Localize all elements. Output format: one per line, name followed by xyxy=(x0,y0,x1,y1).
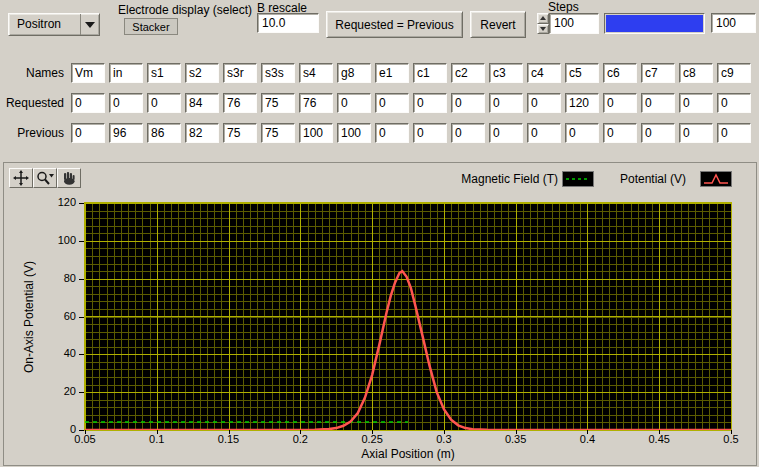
x-tick-mark xyxy=(372,430,373,434)
table-cell-requested-15[interactable]: 0 xyxy=(603,93,637,113)
y-tick-mark xyxy=(79,279,84,280)
y-tick-mark xyxy=(79,392,84,393)
x-tick-label: 0.2 xyxy=(280,433,320,445)
dropdown-arrow-icon xyxy=(80,14,99,35)
table-cell-requested-10[interactable]: 0 xyxy=(413,93,447,113)
table-cell-previous-9[interactable]: 0 xyxy=(375,123,409,143)
y-tick-label: 80 xyxy=(44,272,76,284)
x-tick-mark xyxy=(659,430,660,434)
table-cell-requested-13[interactable]: 0 xyxy=(527,93,561,113)
table-cell-previous-18[interactable]: 0 xyxy=(717,123,751,143)
table-cell-previous-12[interactable]: 0 xyxy=(489,123,523,143)
y-tick-mark xyxy=(79,203,84,204)
x-tick-mark xyxy=(731,430,732,434)
x-tick-mark xyxy=(229,430,230,434)
table-cell-previous-3[interactable]: 86 xyxy=(147,123,181,143)
requested-row-label: Requested xyxy=(0,96,64,110)
graph-zoom-tool-button[interactable] xyxy=(33,168,57,188)
x-tick-label: 0.25 xyxy=(352,433,392,445)
table-cell-requested-11[interactable]: 0 xyxy=(451,93,485,113)
spinner-up-icon xyxy=(540,16,546,20)
table-cell-names-8[interactable]: g8 xyxy=(337,63,371,83)
x-tick-label: 0.15 xyxy=(209,433,249,445)
electrode-display-selector[interactable]: Stacker xyxy=(124,18,178,35)
table-cell-previous-2[interactable]: 96 xyxy=(109,123,143,143)
steps-label: Steps xyxy=(548,0,579,14)
table-cell-previous-13[interactable]: 0 xyxy=(527,123,561,143)
table-cell-requested-16[interactable]: 0 xyxy=(641,93,675,113)
table-cell-requested-6[interactable]: 75 xyxy=(261,93,295,113)
table-cell-previous-17[interactable]: 0 xyxy=(679,123,713,143)
steps-input[interactable]: 100 xyxy=(549,13,599,34)
table-cell-previous-16[interactable]: 0 xyxy=(641,123,675,143)
table-cell-previous-4[interactable]: 82 xyxy=(185,123,219,143)
table-cell-previous-6[interactable]: 75 xyxy=(261,123,295,143)
x-tick-mark xyxy=(85,430,86,434)
graph-move-tool-button[interactable] xyxy=(9,168,33,188)
plot-area[interactable] xyxy=(84,202,732,431)
graph-pan-tool-button[interactable] xyxy=(57,168,81,188)
table-cell-names-2[interactable]: in xyxy=(109,63,143,83)
table-cell-names-14[interactable]: c5 xyxy=(565,63,599,83)
app: Positron Electrode display (select) Stac… xyxy=(0,0,759,467)
table-cell-requested-5[interactable]: 76 xyxy=(223,93,257,113)
table-cell-names-13[interactable]: c4 xyxy=(527,63,561,83)
y-tick-mark xyxy=(79,430,84,431)
legend-sample-potential[interactable] xyxy=(700,171,732,187)
table-cell-names-5[interactable]: s3r xyxy=(223,63,257,83)
y-tick-label: 100 xyxy=(44,234,76,246)
table-cell-previous-5[interactable]: 75 xyxy=(223,123,257,143)
table-cell-names-12[interactable]: c3 xyxy=(489,63,523,83)
y-tick-label: 60 xyxy=(44,310,76,322)
requested-equals-previous-button[interactable]: Requested = Previous xyxy=(326,11,463,38)
table-cell-requested-7[interactable]: 76 xyxy=(299,93,333,113)
steps-decrement-button[interactable] xyxy=(537,24,549,35)
table-cell-requested-2[interactable]: 0 xyxy=(109,93,143,113)
table-cell-names-9[interactable]: e1 xyxy=(375,63,409,83)
table-cell-names-11[interactable]: c2 xyxy=(451,63,485,83)
table-cell-names-1[interactable]: Vm xyxy=(71,63,105,83)
table-cell-previous-8[interactable]: 100 xyxy=(337,123,371,143)
table-cell-previous-15[interactable]: 0 xyxy=(603,123,637,143)
table-cell-requested-17[interactable]: 0 xyxy=(679,93,713,113)
x-tick-mark xyxy=(516,430,517,434)
x-tick-label: 0.35 xyxy=(496,433,536,445)
device-selector-dropdown[interactable]: Positron xyxy=(8,13,100,36)
revert-button[interactable]: Revert xyxy=(470,11,526,38)
table-cell-requested-3[interactable]: 0 xyxy=(147,93,181,113)
x-tick-label: 0.05 xyxy=(65,433,105,445)
table-cell-previous-14[interactable]: 0 xyxy=(565,123,599,143)
table-cell-previous-7[interactable]: 100 xyxy=(299,123,333,143)
steps-readout: 100 xyxy=(711,13,756,33)
x-axis-label: Axial Position (m) xyxy=(85,447,731,461)
table-cell-previous-1[interactable]: 0 xyxy=(71,123,105,143)
names-row: Vmins1s2s3rs3ss4g8e1c1c2c3c4c5c6c7c8c9 xyxy=(71,63,751,83)
table-cell-requested-9[interactable]: 0 xyxy=(375,93,409,113)
table-cell-previous-11[interactable]: 0 xyxy=(451,123,485,143)
b-rescale-input[interactable]: 10.0 xyxy=(257,13,319,33)
legend-sample-magnetic-field[interactable] xyxy=(562,171,594,187)
crosshair-icon xyxy=(12,170,30,186)
table-cell-names-6[interactable]: s3s xyxy=(261,63,295,83)
y-axis-label: On-Axis Potential (V) xyxy=(22,242,36,392)
spinner-down-icon xyxy=(540,27,546,31)
magnifier-icon xyxy=(35,170,55,186)
table-cell-requested-18[interactable]: 0 xyxy=(717,93,751,113)
table-cell-names-18[interactable]: c9 xyxy=(717,63,751,83)
previous-row-label: Previous xyxy=(0,126,64,140)
table-cell-names-7[interactable]: s4 xyxy=(299,63,333,83)
table-cell-requested-8[interactable]: 0 xyxy=(337,93,371,113)
steps-increment-button[interactable] xyxy=(537,13,549,24)
table-cell-requested-1[interactable]: 0 xyxy=(71,93,105,113)
hand-icon xyxy=(60,170,78,186)
table-cell-requested-12[interactable]: 0 xyxy=(489,93,523,113)
table-cell-previous-10[interactable]: 0 xyxy=(413,123,447,143)
table-cell-names-17[interactable]: c8 xyxy=(679,63,713,83)
table-cell-names-3[interactable]: s1 xyxy=(147,63,181,83)
table-cell-names-4[interactable]: s2 xyxy=(185,63,219,83)
table-cell-names-16[interactable]: c7 xyxy=(641,63,675,83)
table-cell-requested-14[interactable]: 120 xyxy=(565,93,599,113)
table-cell-requested-4[interactable]: 84 xyxy=(185,93,219,113)
table-cell-names-10[interactable]: c1 xyxy=(413,63,447,83)
table-cell-names-15[interactable]: c6 xyxy=(603,63,637,83)
